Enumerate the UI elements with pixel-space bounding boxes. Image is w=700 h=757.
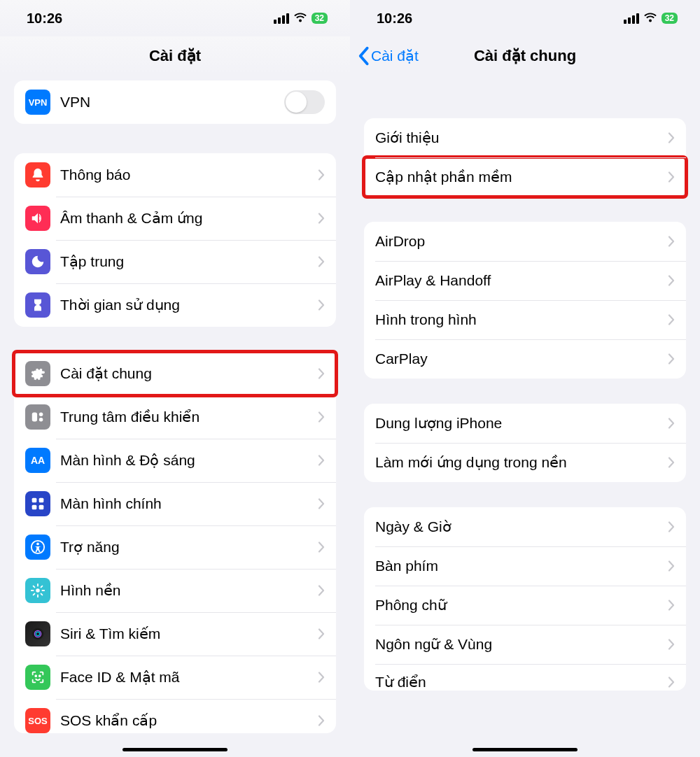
row-label: Dung lượng iPhone — [375, 415, 668, 432]
row-label: Cài đặt chung — [60, 365, 318, 382]
settings-row-h-nh-trong-h-nh[interactable]: Hình trong hình — [364, 300, 686, 339]
settings-row-m-n-h-nh-s-ng[interactable]: AAMàn hình & Độ sáng — [14, 439, 336, 482]
chevron-left-icon — [357, 46, 370, 66]
settings-row-dung-l-ng-iphone[interactable]: Dung lượng iPhone — [364, 404, 686, 443]
settings-group: AirDropAirPlay & HandoffHình trong hìnhC… — [364, 222, 686, 378]
battery-icon: 32 — [662, 13, 678, 24]
chevron-right-icon — [668, 171, 675, 183]
settings-row-th-ng-b-o[interactable]: Thông báo — [14, 153, 336, 197]
settings-row-th-i-gian-s-d-ng[interactable]: Thời gian sử dụng — [14, 283, 336, 327]
row-label: Siri & Tìm kiếm — [60, 625, 318, 642]
row-label: Âm thanh & Cảm ứng — [60, 210, 318, 227]
row-label: Trợ năng — [60, 539, 318, 556]
sound-icon — [25, 206, 50, 231]
row-label: AirDrop — [375, 233, 668, 250]
row-label: VPN — [60, 94, 284, 111]
chevron-right-icon — [318, 169, 325, 181]
chevron-right-icon — [318, 213, 325, 224]
cellular-signal-icon — [274, 13, 289, 24]
chevron-right-icon — [318, 256, 325, 267]
access-icon — [25, 535, 50, 560]
settings-row-l-m-m-i-ng-d-ng-trong-n-n[interactable]: Làm mới ứng dụng trong nền — [364, 443, 686, 482]
row-label: SOS khẩn cấp — [60, 712, 318, 729]
wall-icon — [25, 578, 50, 603]
chevron-right-icon — [318, 498, 325, 509]
svg-point-14 — [39, 675, 41, 677]
row-label: Thông báo — [60, 167, 318, 183]
settings-group: VPNVPN — [14, 80, 336, 124]
row-label: Từ điển — [375, 674, 668, 691]
row-label: Phông chữ — [375, 597, 668, 614]
settings-row-c-p-nh-t-ph-n-m-m[interactable]: Cập nhật phần mềm — [364, 157, 686, 197]
status-right: 32 — [274, 10, 328, 27]
vpn-icon: VPN — [25, 90, 50, 115]
settings-row-ph-ng-ch[interactable]: Phông chữ — [364, 586, 686, 625]
settings-group: Thông báoÂm thanh & Cảm ứngTập trungThời… — [14, 153, 336, 327]
settings-row-airdrop[interactable]: AirDrop — [364, 222, 686, 261]
row-label: AirPlay & Handoff — [375, 272, 668, 289]
row-label: Màn hình chính — [60, 495, 318, 512]
sos-icon: SOS — [25, 708, 50, 733]
chevron-right-icon — [668, 560, 675, 572]
status-time: 10:26 — [377, 10, 412, 27]
settings-list[interactable]: VPNVPNThông báoÂm thanh & Cảm ứngTập tru… — [0, 75, 350, 757]
row-label: Trung tâm điều khiển — [60, 409, 318, 425]
chevron-right-icon — [668, 600, 675, 611]
chevron-right-icon — [318, 368, 325, 379]
siri-icon — [25, 621, 50, 646]
settings-row-tr-n-ng[interactable]: Trợ năng — [14, 525, 336, 569]
back-label: Cài đặt — [371, 48, 419, 64]
settings-row-b-n-ph-m[interactable]: Bàn phím — [364, 546, 686, 586]
chevron-right-icon — [318, 672, 325, 683]
settings-row-face-id-m-t-m[interactable]: Face ID & Mật mã — [14, 656, 336, 699]
svg-rect-3 — [32, 498, 37, 503]
row-label: Hình nền — [60, 582, 318, 599]
settings-row-sos-kh-n-c-p[interactable]: SOSSOS khẩn cấp — [14, 699, 336, 733]
battery-icon: 32 — [312, 13, 328, 24]
settings-row-m-n-h-nh-ch-nh[interactable]: Màn hình chính — [14, 482, 336, 525]
settings-row-t-i-n[interactable]: Từ điển — [364, 664, 686, 691]
settings-group: Giới thiệuCập nhật phần mềm — [364, 118, 686, 197]
row-label: Làm mới ứng dụng trong nền — [375, 454, 668, 471]
chevron-right-icon — [318, 585, 325, 596]
settings-row-ng-y-gi[interactable]: Ngày & Giờ — [364, 507, 686, 546]
wifi-icon — [293, 10, 307, 27]
row-label: Tập trung — [60, 253, 318, 270]
svg-point-8 — [36, 543, 39, 546]
general-list[interactable]: Giới thiệuCập nhật phần mềmAirDropAirPla… — [350, 75, 700, 716]
settings-row-trung-t-m-i-u-khi-n[interactable]: Trung tâm điều khiển — [14, 395, 336, 439]
back-button[interactable]: Cài đặt — [357, 46, 419, 66]
settings-row-c-i-t-chung[interactable]: Cài đặt chung — [14, 352, 336, 395]
chevron-right-icon — [318, 299, 325, 311]
settings-row-ng-n-ng-v-ng[interactable]: Ngôn ngữ & Vùng — [364, 625, 686, 664]
svg-rect-6 — [39, 505, 44, 510]
page-title: Cài đặt — [149, 47, 201, 65]
row-label: Ngôn ngữ & Vùng — [375, 636, 668, 653]
settings-row-vpn[interactable]: VPNVPN — [14, 80, 336, 124]
cellular-signal-icon — [624, 13, 639, 24]
home-indicator[interactable] — [472, 748, 578, 751]
display-icon: AA — [25, 448, 50, 473]
screentime-icon — [25, 292, 50, 318]
row-label: Giới thiệu — [375, 129, 668, 146]
settings-row-carplay[interactable]: CarPlay — [364, 339, 686, 378]
general-icon — [25, 361, 50, 386]
status-right: 32 — [624, 10, 678, 27]
settings-row-h-nh-n-n[interactable]: Hình nền — [14, 569, 336, 612]
settings-row-siri-t-m-ki-m[interactable]: Siri & Tìm kiếm — [14, 612, 336, 656]
phone-settings-main: 10:26 32 Cài đặt VPNVPNThông báoÂm thanh… — [0, 0, 350, 757]
page-title: Cài đặt chung — [474, 47, 576, 65]
chevron-right-icon — [318, 628, 325, 639]
chevron-right-icon — [668, 236, 675, 247]
toggle-switch[interactable] — [284, 90, 325, 114]
settings-row-gi-i-thi-u[interactable]: Giới thiệu — [364, 118, 686, 157]
settings-row-t-p-trung[interactable]: Tập trung — [14, 240, 336, 283]
nav-bar: Cài đặt — [0, 36, 350, 75]
row-label: Màn hình & Độ sáng — [60, 452, 318, 469]
settings-row-m-thanh-c-m-ng[interactable]: Âm thanh & Cảm ứng — [14, 197, 336, 240]
settings-row-airplay-handoff[interactable]: AirPlay & Handoff — [364, 261, 686, 300]
svg-point-1 — [39, 413, 43, 417]
svg-point-10 — [32, 628, 44, 640]
settings-group: Dung lượng iPhoneLàm mới ứng dụng trong … — [364, 404, 686, 482]
home-indicator[interactable] — [122, 748, 227, 751]
